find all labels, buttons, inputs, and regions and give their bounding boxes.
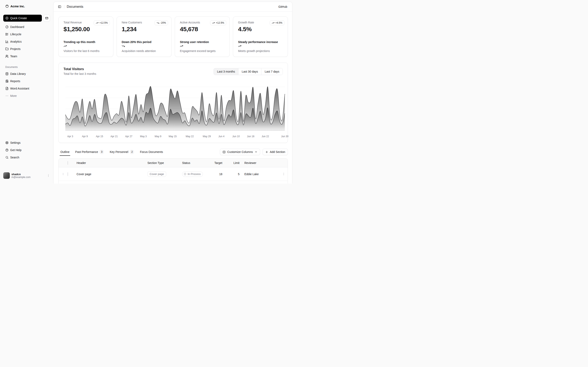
trending-down-icon: [122, 44, 168, 48]
topbar: Documents GitHub: [53, 2, 292, 12]
file-w-icon: [5, 87, 9, 90]
reviewer-cell[interactable]: Eddie Lake: [243, 173, 279, 176]
area-chart[interactable]: Apr 3Apr 9Apr 15Apr 21Apr 27May 3May 9Ma…: [63, 84, 285, 137]
sidebar-item-more[interactable]: More: [3, 92, 50, 99]
add-section-button[interactable]: Add Section: [263, 149, 288, 155]
dashboard-page: Acme Inc. Quick Create Dashboard Lifecyc…: [0, 0, 294, 184]
x-axis-tick-label: Jun 10: [232, 135, 240, 138]
row-menu-kebab-icon[interactable]: [279, 173, 288, 175]
acme-logo-icon: [5, 4, 9, 8]
user-menu[interactable]: shadcn m@example.com: [3, 171, 50, 180]
trend-badge: +4.5%: [270, 20, 285, 25]
sidebar-item-reports[interactable]: Reports: [3, 78, 50, 84]
trend-badge: +12.5%: [94, 20, 110, 25]
tab-outline[interactable]: Outline: [58, 149, 71, 155]
sidebar-item-analytics[interactable]: Analytics: [3, 38, 50, 45]
mail-icon: [45, 17, 48, 20]
x-axis-tick-label: May 29: [203, 135, 211, 138]
database-icon: [5, 72, 9, 75]
stat-card-active-accounts: Active Accounts +12.5% 45,678 Strong use…: [175, 17, 230, 57]
list-details-icon: [5, 33, 9, 36]
tab-key-personnel[interactable]: Key Personnel 2: [108, 149, 136, 155]
plus-icon: [265, 150, 268, 154]
limit-cell[interactable]: 5: [225, 173, 243, 176]
loader-icon: [184, 173, 186, 175]
drag-handle-icon[interactable]: [59, 173, 68, 175]
col-reviewer: Reviewer: [243, 161, 279, 165]
stat-cards: Total Revenue +12.5% $1,250.00 Trending …: [53, 12, 292, 57]
folder-icon: [5, 47, 9, 50]
sidebar-item-settings[interactable]: Settings: [3, 140, 50, 146]
range-last-7-days[interactable]: Last 7 days: [261, 68, 283, 75]
sidebar-item-get-help[interactable]: Get Help: [3, 147, 50, 153]
x-axis-tick-label: Apr 9: [82, 135, 88, 138]
quick-create-button[interactable]: Quick Create: [3, 15, 42, 22]
sidebar-toggle-button[interactable]: [57, 4, 62, 9]
sidebar-item-data-library[interactable]: Data Library: [3, 71, 50, 77]
tab-past-performance[interactable]: Past Performance 3: [73, 149, 106, 155]
col-limit: Limit: [225, 161, 243, 165]
documents-table: Header Section Type Status Target Limit …: [58, 158, 288, 184]
page-title: Documents: [67, 5, 83, 8]
sidebar-item-team[interactable]: Team: [3, 53, 50, 59]
sidebar-item-search[interactable]: Search: [3, 154, 50, 161]
table-header-row: Header Section Type Status Target Limit …: [59, 159, 288, 167]
trending-up-icon: [96, 22, 98, 24]
trending-up-icon: [180, 44, 226, 48]
x-axis-tick-label: Jun 16: [247, 135, 254, 138]
trending-up-icon: [212, 22, 215, 24]
plus-circle-icon: [5, 17, 9, 20]
panel-left-icon: [58, 5, 61, 8]
sidebar-documents-nav: Data Library Reports Word Assistant More: [3, 71, 50, 99]
inbox-button[interactable]: [43, 15, 50, 22]
stat-card-total-revenue: Total Revenue +12.5% $1,250.00 Trending …: [58, 17, 113, 57]
x-axis-tick-label: May 15: [169, 135, 177, 138]
x-axis-tick-label: Apr 21: [111, 135, 118, 138]
row-header-cell[interactable]: Cover page: [75, 173, 142, 176]
sidebar-item-word-assistant[interactable]: Word Assistant: [3, 85, 50, 92]
range-last-3-months[interactable]: Last 3 months: [214, 68, 238, 75]
github-link[interactable]: GitHub: [278, 5, 287, 8]
customize-columns-button[interactable]: Customize Columns: [220, 149, 260, 155]
x-axis-tick-label: Jun 4: [218, 135, 224, 138]
users-icon: [5, 55, 9, 58]
tab-focus-documents[interactable]: Focus Documents: [138, 149, 165, 155]
x-axis-tick-label: May 3: [140, 135, 147, 138]
row-checkbox[interactable]: [68, 172, 68, 176]
select-all-checkbox[interactable]: [68, 161, 68, 165]
ellipsis-icon: [5, 94, 9, 98]
x-axis-tick-label: Jun 30: [281, 135, 288, 138]
stat-value: 4.5%: [238, 26, 285, 33]
sidebar-footer-nav: Settings Get Help Search: [3, 140, 50, 161]
table-row-cover-page[interactable]: Cover page Cover page In Process 18 5 Ed…: [59, 167, 288, 181]
trend-badge: +12.5%: [210, 20, 226, 25]
x-axis-tick-label: Jun 22: [261, 135, 269, 138]
user-menu-kebab-icon[interactable]: [47, 174, 50, 177]
gauge-icon: [5, 25, 9, 29]
status-badge: In Process: [182, 171, 203, 177]
sidebar-item-lifecycle[interactable]: Lifecycle: [3, 31, 50, 38]
x-axis-tick-label: Apr 3: [67, 135, 73, 138]
col-section-type: Section Type: [142, 161, 177, 165]
area-chart-svg: [63, 84, 285, 137]
trending-up-icon: [238, 44, 285, 48]
org-switcher[interactable]: Acme Inc.: [3, 3, 25, 9]
x-axis-tick-label: Apr 15: [96, 135, 103, 138]
table-toolbar: Outline Past Performance 3 Key Personnel…: [58, 149, 288, 155]
table-row-table-of-contents[interactable]: Table of contents Table of contents Done…: [59, 181, 288, 184]
count-badge: 3: [99, 150, 104, 154]
sidebar: Acme Inc. Quick Create Dashboard Lifecyc…: [0, 0, 53, 184]
sidebar-item-projects[interactable]: Projects: [3, 46, 50, 52]
user-email: m@example.com: [11, 176, 45, 179]
bar-chart-icon: [5, 40, 9, 43]
stat-card-new-customers: New Customers -20% 1,234 Down 20% this p…: [117, 17, 172, 57]
company-name: Acme Inc.: [10, 4, 25, 8]
x-axis-tick-label: May 9: [155, 135, 162, 138]
trending-up-icon: [272, 22, 274, 24]
sidebar-item-dashboard[interactable]: Dashboard: [3, 24, 50, 30]
range-last-30-days[interactable]: Last 30 days: [238, 68, 261, 75]
main-panel: Documents GitHub Total Revenue +12.5% $1…: [53, 2, 292, 184]
search-icon: [5, 156, 9, 159]
target-cell[interactable]: 18: [212, 173, 225, 176]
stat-value: $1,250.00: [63, 26, 110, 33]
